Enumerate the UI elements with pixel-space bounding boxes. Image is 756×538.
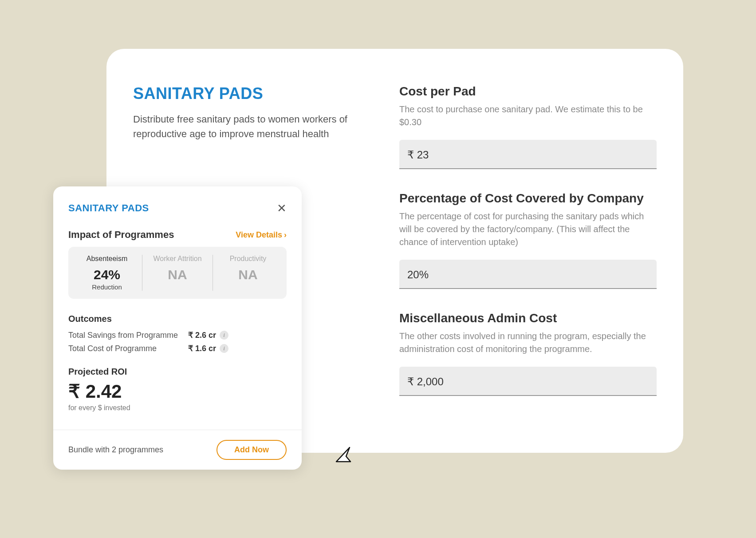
field-help: The cost to purchase one sanitary pad. W…: [399, 103, 657, 129]
metric-label: Absenteeism: [77, 255, 137, 263]
popup-footer: Bundle with 2 programmes Add Now: [53, 430, 302, 470]
outcome-row-savings: Total Savings from Programme ₹ 2.6 cr i: [68, 330, 287, 340]
metric-label: Productivity: [218, 255, 278, 263]
roi-block: Projected ROI ₹ 2.42 for every $ investe…: [68, 367, 287, 412]
info-icon[interactable]: i: [220, 331, 228, 340]
main-right-column: Cost per Pad The cost to purchase one sa…: [399, 84, 657, 426]
page-description: Distribute free sanitary pads to women w…: [133, 112, 355, 141]
bundle-text: Bundle with 2 programmes: [68, 445, 163, 455]
metric-value: NA: [218, 267, 278, 282]
metric-sub: Reduction: [77, 283, 137, 291]
metric-absenteeism: Absenteeism 24% Reduction: [72, 255, 142, 291]
cursor-icon: [333, 444, 354, 465]
outcomes-title: Outcomes: [68, 314, 287, 324]
outcome-value: ₹ 2.6 cr: [188, 330, 216, 340]
field-admin-cost: Miscellaneous Admin Cost The other costs…: [399, 311, 657, 396]
outcome-label: Total Savings from Programme: [68, 331, 188, 340]
pct-covered-input[interactable]: [399, 260, 657, 289]
summary-popup: SANITARY PADS ✕ Impact of Programmes Vie…: [53, 186, 302, 470]
roi-title: Projected ROI: [68, 367, 287, 377]
chevron-right-icon: ›: [284, 230, 287, 240]
roi-value: ₹ 2.42: [68, 380, 287, 402]
field-help: The percentage of cost for purchasing th…: [399, 210, 657, 249]
field-pct-covered: Percentage of Cost Covered by Company Th…: [399, 191, 657, 289]
field-label: Miscellaneous Admin Cost: [399, 311, 657, 325]
roi-sub: for every $ invested: [68, 404, 287, 412]
cost-per-pad-input[interactable]: [399, 140, 657, 169]
info-icon[interactable]: i: [220, 344, 228, 353]
metric-productivity: Productivity NA: [213, 255, 283, 291]
outcome-value: ₹ 1.6 cr: [188, 344, 216, 353]
close-icon[interactable]: ✕: [277, 202, 287, 214]
field-label: Percentage of Cost Covered by Company: [399, 191, 657, 206]
view-details-link[interactable]: View Details ›: [236, 230, 287, 240]
popup-title: SANITARY PADS: [68, 202, 149, 214]
metrics-box: Absenteeism 24% Reduction Worker Attriti…: [68, 247, 287, 299]
impact-title: Impact of Programmes: [68, 229, 174, 241]
field-label: Cost per Pad: [399, 84, 657, 99]
field-help: The other costs involved in running the …: [399, 330, 657, 356]
field-cost-per-pad: Cost per Pad The cost to purchase one sa…: [399, 84, 657, 169]
outcome-row-cost: Total Cost of Programme ₹ 1.6 cr i: [68, 344, 287, 353]
metric-value: 24%: [77, 267, 137, 282]
page-title: SANITARY PADS: [133, 84, 373, 103]
metric-label: Worker Attrition: [148, 255, 207, 263]
metric-attrition: Worker Attrition NA: [142, 255, 213, 291]
view-details-label: View Details: [236, 230, 282, 240]
metric-value: NA: [148, 267, 207, 282]
admin-cost-input[interactable]: [399, 367, 657, 396]
outcome-label: Total Cost of Programme: [68, 344, 188, 353]
add-now-button[interactable]: Add Now: [217, 440, 287, 460]
